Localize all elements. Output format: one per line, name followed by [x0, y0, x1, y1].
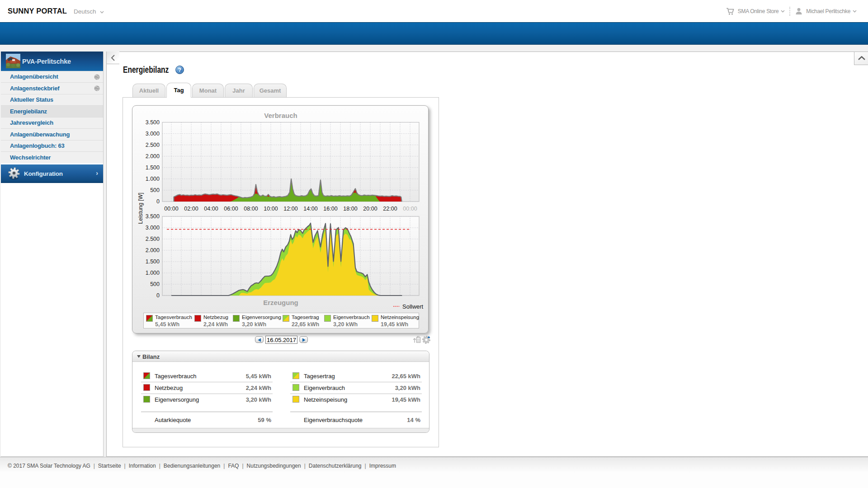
- svg-text:Verbrauch: Verbrauch: [264, 112, 297, 119]
- svg-text:14:00: 14:00: [303, 206, 317, 212]
- svg-text:00:00: 00:00: [403, 206, 417, 212]
- svg-text:Sollwert: Sollwert: [402, 303, 424, 310]
- svg-text:16:00: 16:00: [323, 206, 337, 212]
- svg-text:00:00: 00:00: [164, 206, 178, 212]
- svg-text:12:00: 12:00: [283, 206, 297, 212]
- svg-text:Leistung [W]: Leistung [W]: [137, 192, 144, 224]
- svg-text:1.000: 1.000: [146, 176, 160, 182]
- svg-text:18:00: 18:00: [343, 206, 357, 212]
- svg-text:1.000: 1.000: [146, 270, 160, 276]
- svg-text:1.500: 1.500: [146, 164, 160, 171]
- svg-text:3.000: 3.000: [146, 225, 160, 231]
- svg-text:0: 0: [156, 198, 160, 205]
- svg-text:3.500: 3.500: [146, 119, 160, 126]
- svg-text:?: ?: [178, 67, 181, 73]
- svg-text:2.500: 2.500: [146, 142, 160, 148]
- svg-text:3.000: 3.000: [146, 131, 160, 137]
- svg-text:0: 0: [156, 292, 160, 299]
- svg-text:04:00: 04:00: [204, 206, 218, 212]
- svg-text:2.000: 2.000: [146, 153, 160, 160]
- svg-text:10:00: 10:00: [264, 206, 278, 212]
- svg-text:2.500: 2.500: [146, 236, 160, 242]
- svg-text:2.000: 2.000: [146, 247, 160, 253]
- svg-text:500: 500: [150, 281, 160, 287]
- svg-text:3.500: 3.500: [146, 213, 160, 220]
- svg-text:Erzeugung: Erzeugung: [263, 299, 298, 306]
- svg-text:500: 500: [150, 187, 160, 193]
- svg-text:06:00: 06:00: [224, 206, 238, 212]
- svg-text:02:00: 02:00: [184, 206, 198, 212]
- svg-text:08:00: 08:00: [244, 206, 258, 212]
- svg-text:20:00: 20:00: [363, 206, 377, 212]
- svg-text:22:00: 22:00: [383, 206, 397, 212]
- svg-text:1.500: 1.500: [146, 258, 160, 265]
